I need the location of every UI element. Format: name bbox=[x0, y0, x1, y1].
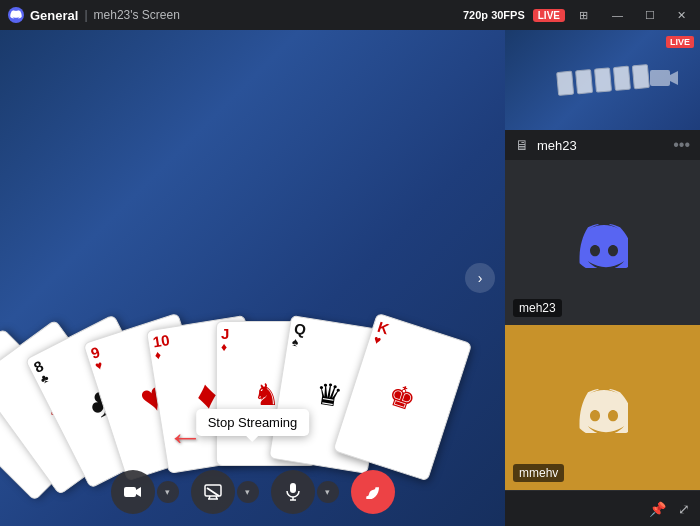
video-area: 6 ♦ ♦ 7 ♦ ♦ 8 ♣ ♣ 9 bbox=[0, 30, 505, 526]
screen-name: meh23's Screen bbox=[94, 8, 180, 22]
svg-marker-11 bbox=[670, 71, 678, 85]
discord-icon bbox=[8, 7, 24, 23]
discord-logo-meh23 bbox=[578, 218, 628, 268]
live-badge: LIVE bbox=[533, 9, 565, 22]
channel-name: General bbox=[30, 8, 78, 23]
stop-streaming-group: ▾ bbox=[191, 470, 259, 514]
bottom-controls: ▾ ▾ bbox=[0, 470, 505, 514]
pin-button[interactable]: 📌 bbox=[649, 501, 666, 517]
svg-rect-0 bbox=[124, 487, 136, 497]
maximize-button[interactable]: ☐ bbox=[639, 7, 661, 24]
preview-cards bbox=[556, 64, 650, 96]
svg-rect-2 bbox=[205, 485, 221, 496]
red-arrow-indicator: ← bbox=[168, 416, 204, 458]
mic-dropdown-button[interactable]: ▾ bbox=[317, 481, 339, 503]
camera-control-group: ▾ bbox=[111, 470, 179, 514]
window-controls: — ☐ ✕ bbox=[606, 7, 692, 24]
title-bar: General | meh23's Screen 720p 30FPS LIVE… bbox=[0, 0, 700, 30]
user-label-mmehv: mmehv bbox=[513, 464, 564, 482]
camera-button[interactable] bbox=[111, 470, 155, 514]
next-button[interactable]: › bbox=[465, 263, 495, 293]
stop-streaming-tooltip: Stop Streaming bbox=[196, 409, 310, 436]
end-call-button[interactable] bbox=[351, 470, 395, 514]
close-button[interactable]: ✕ bbox=[671, 7, 692, 24]
discord-logo-mmehv bbox=[578, 383, 628, 433]
stream-preview: LIVE bbox=[505, 30, 700, 130]
title-bar-left: General | meh23's Screen bbox=[8, 7, 180, 23]
mic-control-group: ▾ bbox=[271, 470, 339, 514]
svg-marker-1 bbox=[136, 487, 141, 497]
svg-rect-7 bbox=[290, 483, 296, 493]
preview-camera-icon bbox=[650, 66, 680, 94]
grid-icon[interactable]: ⊞ bbox=[579, 9, 588, 22]
user-label-meh23: meh23 bbox=[513, 299, 562, 317]
quality-badge: 720p 30FPS bbox=[463, 9, 525, 21]
streamer-name: meh23 bbox=[537, 138, 665, 153]
right-sidebar: LIVE 🖥 meh23 ••• meh23 mmehv bbox=[505, 30, 700, 526]
card-game-background: 6 ♦ ♦ 7 ♦ ♦ 8 ♣ ♣ 9 bbox=[0, 30, 505, 526]
minimize-button[interactable]: — bbox=[606, 7, 629, 24]
camera-dropdown-button[interactable]: ▾ bbox=[157, 481, 179, 503]
separator: | bbox=[84, 8, 87, 22]
mic-button[interactable] bbox=[271, 470, 315, 514]
sidebar-bottom-controls: 📌 ⤢ bbox=[505, 490, 700, 526]
stop-streaming-button[interactable] bbox=[191, 470, 235, 514]
title-bar-right: 720p 30FPS LIVE ⊞ — ☐ ✕ bbox=[463, 7, 692, 24]
svg-rect-10 bbox=[650, 70, 670, 86]
expand-button[interactable]: ⤢ bbox=[678, 501, 690, 517]
preview-live-badge: LIVE bbox=[666, 36, 694, 48]
user-card-meh23: meh23 bbox=[505, 160, 700, 325]
stop-streaming-dropdown-button[interactable]: ▾ bbox=[237, 481, 259, 503]
more-options-button[interactable]: ••• bbox=[673, 136, 690, 154]
monitor-icon: 🖥 bbox=[515, 137, 529, 153]
streamer-info: 🖥 meh23 ••• bbox=[505, 130, 700, 160]
user-card-mmehv: mmehv bbox=[505, 325, 700, 490]
svg-line-6 bbox=[207, 488, 219, 496]
main-layout: 6 ♦ ♦ 7 ♦ ♦ 8 ♣ ♣ 9 bbox=[0, 30, 700, 526]
